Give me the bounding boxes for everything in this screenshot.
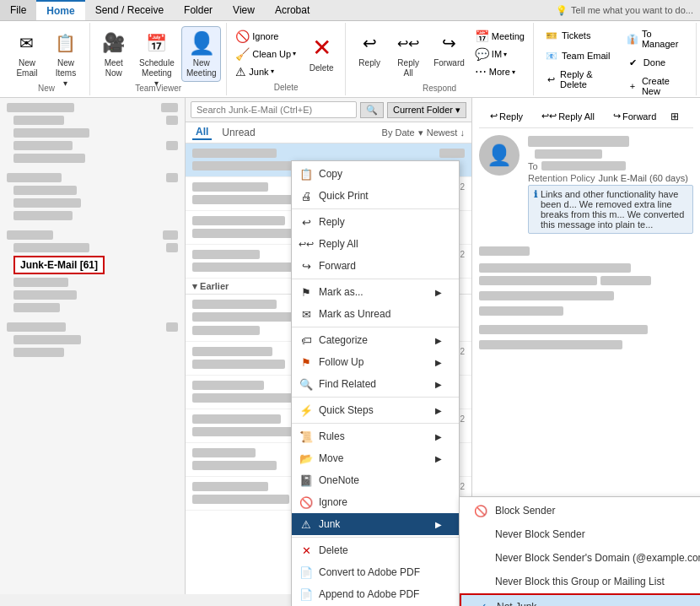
- ctx-ignore[interactable]: 🚫 Ignore: [292, 491, 459, 513]
- sep-5: [292, 423, 459, 424]
- tab-send-receive[interactable]: Send / Receive: [85, 0, 174, 20]
- nav-item-9[interactable]: [0, 209, 185, 222]
- reading-reply-all-btn[interactable]: ↩↩ Reply All: [534, 108, 602, 124]
- ctx-quick-steps[interactable]: ⚡ Quick Steps ▶: [292, 399, 459, 421]
- more-button[interactable]: ⋯ More ▾: [471, 63, 528, 80]
- meeting-respond-button[interactable]: 📅 Meeting: [471, 28, 528, 45]
- ctx-append-pdf[interactable]: 📄 Append to Adobe PDF: [292, 583, 459, 605]
- qs-reply-delete[interactable]: ↩ Reply & Delete: [541, 67, 619, 92]
- ctx-copy[interactable]: 📋 Copy: [292, 163, 459, 185]
- ctx-quick-print[interactable]: 🖨 Quick Print: [292, 185, 459, 207]
- nav-item-14[interactable]: [0, 289, 185, 301]
- never-block-domain-item[interactable]: Never Block Sender's Domain (@example.co…: [460, 546, 700, 570]
- nav-item-3[interactable]: [0, 127, 185, 139]
- ctx-forward-item[interactable]: ↪ Forward: [292, 255, 459, 277]
- tab-acrobat[interactable]: Acrobat: [265, 0, 320, 20]
- tab-view[interactable]: View: [223, 0, 265, 20]
- ctx-delete[interactable]: ✕ Delete: [292, 539, 459, 561]
- nav-item-11[interactable]: [0, 241, 185, 254]
- nav-item-6[interactable]: [0, 171, 185, 184]
- nav-item-18[interactable]: [0, 346, 185, 359]
- nav-item-16[interactable]: [0, 321, 185, 333]
- not-junk-item[interactable]: ✓ Not Junk ↖: [460, 593, 700, 606]
- nav-item-1[interactable]: [0, 101, 185, 114]
- forward-button[interactable]: ↪ Forward: [428, 26, 470, 72]
- nav-item-5[interactable]: [0, 152, 185, 165]
- reply-label: Reply: [358, 58, 380, 68]
- tell-me-bar[interactable]: 💡 Tell me what you want to do...: [549, 0, 700, 20]
- new-meeting-button[interactable]: 👤 NewMeeting: [181, 26, 221, 82]
- never-block-domain-icon: [473, 550, 488, 565]
- qs-tickets[interactable]: 🎫 Tickets: [541, 26, 619, 45]
- qs-reply-delete-label: Reply & Delete: [560, 69, 615, 89]
- tab-home[interactable]: Home: [36, 0, 84, 20]
- ignore-label: Ignore: [252, 31, 278, 41]
- nav-item-10[interactable]: [0, 229, 185, 241]
- qs-done-label: Done: [643, 57, 665, 68]
- nav-item-13[interactable]: [0, 276, 185, 289]
- ctx-follow-up[interactable]: ⚑ Follow Up ▶: [292, 351, 459, 373]
- ctx-rules-icon: 📜: [299, 429, 314, 444]
- reply-all-button[interactable]: ↩↩ ReplyAll: [390, 26, 427, 82]
- new-email-icon: ✉: [13, 30, 40, 57]
- never-block-group-item[interactable]: Never Block this Group or Mailing List: [460, 570, 700, 593]
- ctx-mark-as[interactable]: ⚑ Mark as... ▶: [292, 281, 459, 303]
- tab-folder[interactable]: Folder: [174, 0, 223, 20]
- reply-button[interactable]: ↩ Reply: [351, 26, 388, 72]
- search-input[interactable]: [191, 101, 357, 118]
- nav-item-17[interactable]: [0, 333, 185, 346]
- meet-now-button[interactable]: 🎥 MeetNow: [95, 26, 132, 82]
- group-quick-steps: 🎫 Tickets 📧 Team Email ↩ Reply & Delete: [534, 23, 697, 95]
- nav-item-2[interactable]: [0, 114, 185, 127]
- search-button[interactable]: 🔍: [360, 102, 384, 118]
- block-sender-item[interactable]: 🚫 Block Sender: [460, 499, 700, 522]
- ctx-rules-label: Rules: [319, 430, 345, 442]
- new-email-button[interactable]: ✉ NewEmail: [8, 26, 46, 82]
- ctx-find-related-label: Find Related: [319, 378, 376, 390]
- folder-selector-label: Current Folder ▾: [393, 105, 460, 116]
- ctx-mark-unread[interactable]: ✉ Mark as Unread: [292, 303, 459, 325]
- sort-selector[interactable]: By Date ▾ Newest ↓: [382, 127, 465, 138]
- folder-selector[interactable]: Current Folder ▾: [387, 102, 466, 118]
- junk-email-nav-item[interactable]: Junk-E-Mail [61]: [0, 254, 185, 276]
- reading-more-btn[interactable]: ⊞: [670, 108, 679, 124]
- never-block-sender-item[interactable]: Never Block Sender: [460, 522, 700, 546]
- qs-team-email[interactable]: 📧 Team Email: [541, 46, 619, 65]
- qs-to-manager[interactable]: 👔 To Manager: [622, 26, 689, 51]
- nav-item-4[interactable]: [0, 139, 185, 152]
- delete-ribbon-button[interactable]: ✕ Delete: [303, 29, 340, 79]
- ctx-junk[interactable]: ⚠ Junk ▶ 🚫 Block Sender Never Block Send…: [292, 513, 459, 535]
- ctx-reply-item[interactable]: ↩ Reply: [292, 211, 459, 233]
- qs-done[interactable]: ✔ Done: [622, 53, 689, 72]
- new-meeting-icon: 👤: [188, 30, 215, 57]
- done-icon: ✔: [627, 56, 640, 69]
- ribbon: File Home Send / Receive Folder View Acr…: [0, 0, 700, 98]
- group-delete-label: Delete: [274, 81, 299, 92]
- filter-bar: All Unread By Date ▾ Newest ↓: [186, 122, 471, 143]
- filter-unread[interactable]: Unread: [218, 126, 258, 139]
- nav-item-7[interactable]: [0, 184, 185, 197]
- cleanup-button[interactable]: 🧹 Clean Up ▾: [232, 46, 299, 62]
- tab-file[interactable]: File: [0, 0, 36, 20]
- ctx-categorize-label: Categorize: [319, 334, 368, 346]
- reading-reply-btn[interactable]: ↩ Reply: [482, 108, 530, 124]
- qs-create-new[interactable]: + Create New: [622, 73, 689, 99]
- ctx-delete-icon: ✕: [299, 543, 314, 558]
- ctx-convert-pdf[interactable]: 📄 Convert to Adobe PDF: [292, 561, 459, 583]
- reading-forward-btn[interactable]: ↪ Forward: [606, 108, 664, 124]
- ignore-button[interactable]: 🚫 Ignore: [232, 28, 299, 45]
- nav-item-8[interactable]: [0, 197, 185, 209]
- ctx-reply-all-item[interactable]: ↩↩ Reply All: [292, 233, 459, 255]
- ctx-find-related[interactable]: 🔍 Find Related ▶: [292, 373, 459, 395]
- ctx-move[interactable]: 📂 Move ▶: [292, 447, 459, 469]
- ctx-categorize[interactable]: 🏷 Categorize ▶: [292, 329, 459, 351]
- nav-item-15[interactable]: [0, 301, 185, 314]
- qs-tickets-label: Tickets: [562, 30, 590, 41]
- junk-ribbon-button[interactable]: ⚠ Junk ▾: [232, 63, 299, 80]
- reading-reply-all-label: Reply All: [558, 111, 595, 122]
- filter-all[interactable]: All: [192, 125, 212, 140]
- im-button[interactable]: 💬 IM ▾: [471, 46, 528, 62]
- ctx-rules[interactable]: 📜 Rules ▶: [292, 425, 459, 447]
- ctx-onenote[interactable]: 📓 OneNote: [292, 469, 459, 491]
- ctx-quick-steps-label: Quick Steps: [319, 404, 374, 416]
